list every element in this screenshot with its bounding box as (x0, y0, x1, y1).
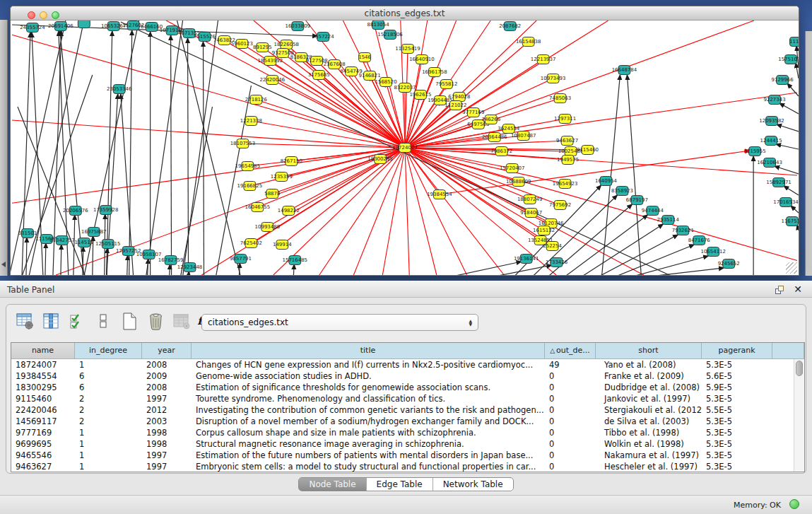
graph-node-label: 15218506 (377, 32, 403, 37)
table-cell: 5.3E-5 (702, 393, 772, 404)
table-cell: 5.3E-5 (702, 461, 772, 472)
table-toolbar: f(x) (16, 309, 217, 333)
show-columns-icon[interactable] (42, 311, 60, 331)
node-table: namein_degreeyeartitle△out_de...shortpag… (11, 342, 805, 472)
table-cell: 18300295 (11, 382, 75, 393)
new-document-icon[interactable] (120, 311, 139, 331)
column-header-title[interactable]: title (192, 343, 545, 358)
table-row[interactable]: 946362711997Embryonic stem cells: a mode… (11, 461, 804, 472)
window-titlebar[interactable]: citations_edges.txt (11, 6, 799, 21)
window-resize-grip[interactable] (786, 262, 797, 274)
table-cell: Changes of HCN gene expression and I(f) … (192, 359, 545, 370)
float-window-icon[interactable] (775, 286, 784, 294)
column-header-filler[interactable] (772, 343, 804, 358)
table-cell: 18724007 (11, 359, 75, 370)
table-body: 1872400712008Changes of HCN gene express… (11, 359, 804, 472)
graph-node-label: 1297311 (554, 116, 576, 122)
table-cell: Corpus callosum shape and size in male p… (192, 427, 545, 438)
column-header-pagerank[interactable]: pagerank (702, 343, 772, 358)
graph-node-label: 331501 (18, 230, 37, 236)
graph-node-label: 891295 (253, 45, 272, 50)
graph-node[interactable] (78, 21, 90, 28)
table-cell: 2008 (142, 382, 192, 393)
delete-trash-icon[interactable] (146, 311, 165, 331)
table-row[interactable]: 946554611997Estimation of the future num… (11, 450, 804, 461)
panel-collapse-arrow[interactable] (1, 262, 6, 267)
graph-node-label: 8322037 (394, 85, 416, 90)
tab-network-table[interactable]: Network Table (433, 478, 513, 491)
table-row[interactable]: 2242004622012Investigating the contribut… (11, 404, 804, 416)
table-cell: 9777169 (11, 427, 75, 438)
graph-node-label: 1112 (789, 39, 799, 45)
graph-node-label: 2367608 (324, 62, 346, 67)
close-panel-icon[interactable]: ✕ (794, 284, 802, 295)
graph-node-label: 6879197 (626, 197, 648, 203)
table-row[interactable]: 1872400712008Changes of HCN gene express… (11, 359, 804, 370)
graph-node-label: 7557224 (312, 34, 335, 40)
table-row[interactable]: 1456911722003Disruption of a novel membe… (11, 416, 804, 427)
graph-node-label: 9777169 (462, 110, 484, 115)
graph-node-label: 11342757 (49, 238, 75, 243)
graph-node-label: 19654985 (235, 163, 261, 169)
table-row[interactable]: 1830029562008Estimation of significance … (11, 382, 804, 393)
network-canvas[interactable]: 2435572420691406106532671527602646616010… (11, 21, 799, 275)
graph-node-label: 16648784 (612, 67, 637, 73)
graph-node-label: 8267150 (281, 158, 302, 164)
tab-node-table[interactable]: Node Table (299, 478, 366, 491)
column-header-out_de[interactable]: △out_de... (545, 343, 596, 358)
graph-node-label: 20206576 (63, 208, 88, 214)
graph-node-label: 8813054 (367, 22, 390, 28)
graph-node-label: 16640910 (409, 57, 435, 62)
graph-node-label: 17359928 (93, 207, 119, 213)
table-row[interactable]: 969969511998Structural magnetic resonanc… (11, 438, 804, 450)
table-row[interactable]: 977716911998Corpus callosum shape and si… (11, 427, 804, 438)
graph-node-label: 19136141 (514, 256, 539, 262)
table-selector-value: citations_edges.txt (208, 317, 469, 327)
graph-node-label: 114519 (74, 240, 93, 245)
select-rows-icon[interactable] (68, 311, 86, 331)
table-cell: 0 (545, 382, 596, 393)
table-cell: 2003 (142, 416, 192, 427)
column-pair-icon[interactable] (94, 311, 112, 331)
table-cell: 2012 (142, 404, 192, 416)
memory-status-label: Memory: OK (734, 501, 781, 510)
graph-node-label: 10807487 (511, 133, 536, 139)
table-cell: Estimation of significance thresholds fo… (192, 382, 545, 393)
table-cell: 1 (75, 427, 142, 438)
import-table-disabled-icon[interactable] (172, 311, 191, 331)
table-scrollbar-thumb[interactable] (796, 361, 803, 376)
graph-node-label: 12213937 (531, 57, 556, 62)
tab-edge-table[interactable]: Edge Table (367, 478, 433, 491)
column-header-in_degree[interactable]: in_degree (75, 343, 142, 358)
table-header-row: namein_degreeyeartitle△out_de...shortpag… (11, 343, 804, 359)
graph-node-label: 15892971 (766, 180, 792, 185)
table-selector-dropdown[interactable]: citations_edges.txt ▲▼ (201, 314, 478, 331)
table-panel-header[interactable]: Table Panel ✕ (0, 281, 812, 298)
graph-node-label: 11325419 (395, 46, 420, 52)
table-cell: 19384554 (11, 370, 75, 382)
table-cell: 1998 (142, 427, 192, 438)
column-header-name[interactable]: name (11, 343, 75, 358)
table-cell: Nakamura et al. (1997) (596, 450, 702, 461)
table-mode-icon[interactable] (16, 311, 34, 331)
table-cell: 2008 (142, 359, 192, 370)
table-cell: 0 (545, 404, 596, 416)
graph-node-label: 20364486 (482, 134, 507, 140)
memory-status-icon[interactable] (789, 499, 799, 509)
table-scrollbar[interactable] (794, 359, 804, 472)
graph-node-label: 17016534 (773, 199, 799, 205)
dropdown-stepper-icon: ▲▼ (469, 319, 472, 326)
graph-node-label: 9129966 (772, 77, 794, 83)
graph-node-label: 1167533 (781, 218, 799, 224)
background-panel-right (805, 31, 812, 276)
table-cell: Embryonic stem cells: a model to study s… (192, 461, 545, 472)
table-row[interactable]: 911546021997Tourette syndrome. Phenomeno… (11, 393, 804, 404)
table-row[interactable]: 1938455462009Genome-wide association stu… (11, 370, 804, 382)
table-panel-title: Table Panel (7, 285, 54, 295)
column-header-short[interactable]: short (596, 343, 702, 358)
status-bar: Memory: OK (0, 495, 812, 514)
table-cell: 5.6E-5 (702, 370, 772, 382)
column-header-year[interactable]: year (142, 343, 192, 358)
graph-node-label: 15720407 (500, 165, 525, 171)
table-cell: Wolkin et al. (1998) (596, 438, 702, 450)
